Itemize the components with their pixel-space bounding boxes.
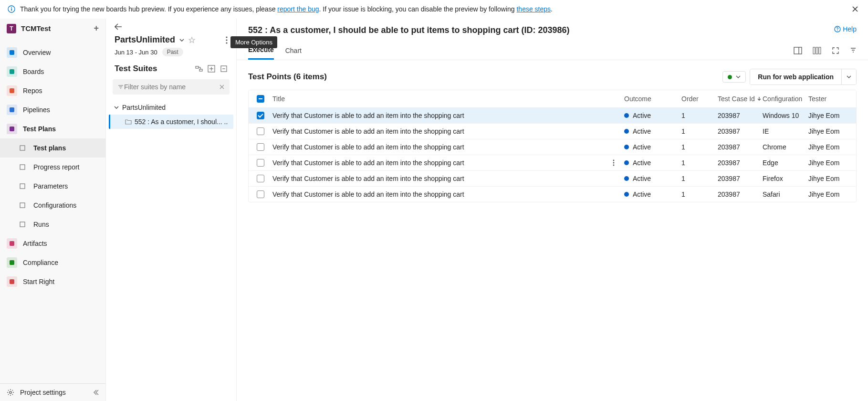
- nav-sub-item-test-plans[interactable]: Test plans: [0, 138, 105, 158]
- col-configuration[interactable]: Configuration: [763, 95, 808, 103]
- row-checkbox[interactable]: [257, 143, 264, 151]
- table-row[interactable]: Verify that Customer is able to add an i…: [249, 187, 856, 202]
- col-title[interactable]: Title: [272, 95, 624, 103]
- svg-rect-3: [10, 50, 14, 55]
- nav-item-repos[interactable]: Repos: [0, 81, 105, 100]
- outcome-filter-button[interactable]: [722, 71, 746, 83]
- more-options-button[interactable]: More Options: [226, 36, 228, 44]
- plan-dropdown-button[interactable]: [179, 37, 185, 43]
- view-layout-button[interactable]: [794, 47, 802, 54]
- nav-item-test-plans[interactable]: Test Plans: [0, 119, 105, 138]
- clear-filter-button[interactable]: [219, 84, 225, 90]
- row-case: 203987: [718, 143, 763, 151]
- row-order: 1: [681, 159, 718, 167]
- outcome-dot-icon: [624, 160, 629, 165]
- row-checkbox[interactable]: [257, 112, 264, 119]
- nav-icon: [7, 238, 17, 249]
- back-button[interactable]: [115, 23, 122, 30]
- export-suite-button[interactable]: [220, 65, 228, 73]
- table-row[interactable]: Verify that Customer is able to add an i…: [249, 124, 856, 139]
- svg-point-17: [226, 36, 227, 38]
- row-case: 203987: [718, 112, 763, 119]
- fullscreen-button[interactable]: [832, 47, 839, 54]
- nav-item-boards[interactable]: Boards: [0, 62, 105, 81]
- nav-item-start-right[interactable]: Start Right: [0, 272, 105, 291]
- filter-suites-input-wrapper[interactable]: [113, 79, 230, 95]
- test-suites-heading: Test Suites: [115, 64, 190, 74]
- svg-point-40: [613, 160, 615, 161]
- nav-sub-item-progress-report[interactable]: Progress report: [0, 158, 105, 177]
- svg-rect-7: [10, 127, 14, 131]
- nav-sub-label: Test plans: [33, 144, 66, 152]
- status-dot-icon: [728, 75, 732, 79]
- nav-sub-icon: [17, 181, 28, 191]
- row-title: Verify that Customer is able to add an i…: [272, 190, 464, 198]
- info-icon: [8, 5, 15, 13]
- suite-tree-root[interactable]: PartsUnlimited: [109, 100, 233, 115]
- col-tester[interactable]: Tester: [808, 95, 856, 103]
- close-banner-button[interactable]: [850, 4, 860, 14]
- row-more-button[interactable]: [613, 159, 615, 166]
- nav-icon: [7, 105, 17, 115]
- nav-sub-icon: [17, 200, 28, 211]
- suite-tree-item[interactable]: 552 : As a customer, I shoul... ..: [109, 115, 233, 129]
- svg-rect-15: [10, 279, 14, 284]
- nav-icon: [7, 85, 17, 96]
- table-row[interactable]: Verify that Customer is able to add an i…: [249, 108, 856, 124]
- nav-item-pipelines[interactable]: Pipelines: [0, 100, 105, 119]
- col-test-case-id[interactable]: Test Case Id: [718, 95, 763, 103]
- row-checkbox[interactable]: [257, 190, 264, 198]
- project-header[interactable]: T TCMTest +: [0, 19, 105, 38]
- nav-label: Pipelines: [23, 106, 50, 114]
- disable-steps-link[interactable]: these steps: [516, 5, 551, 13]
- filter-suites-input[interactable]: [124, 83, 219, 91]
- svg-rect-14: [10, 260, 14, 265]
- table-row[interactable]: Verify that Customer is able to add an i…: [249, 155, 856, 171]
- svg-rect-28: [813, 47, 815, 54]
- run-web-app-button[interactable]: Run for web application: [750, 69, 841, 84]
- left-nav: T TCMTest + Overview Boards Repos Pipeli…: [0, 19, 106, 401]
- nav-label: Test Plans: [23, 125, 56, 133]
- nav-sub-label: Progress report: [33, 163, 79, 171]
- nav-sub-item-configurations[interactable]: Configurations: [0, 196, 105, 215]
- chevron-down-icon: [114, 105, 119, 110]
- help-link[interactable]: Help: [834, 25, 857, 33]
- report-bug-link[interactable]: report the bug: [277, 5, 319, 13]
- project-settings-link[interactable]: Project settings: [0, 383, 105, 401]
- table-row[interactable]: Verify that Customer is able to add an i…: [249, 139, 856, 155]
- iteration-status-badge: Past: [162, 48, 183, 56]
- filter-icon: [117, 84, 124, 90]
- nav-item-artifacts[interactable]: Artifacts: [0, 234, 105, 253]
- row-tester: Jihye Eom: [808, 112, 856, 119]
- favorite-button[interactable]: [188, 37, 195, 43]
- select-all-checkbox[interactable]: [257, 95, 264, 103]
- expand-collapse-tree-button[interactable]: [195, 65, 203, 73]
- row-checkbox[interactable]: [257, 127, 264, 135]
- project-name: TCMTest: [21, 24, 51, 32]
- nav-sub-item-runs[interactable]: Runs: [0, 215, 105, 234]
- column-options-button[interactable]: [813, 47, 821, 54]
- test-plan-title[interactable]: PartsUnlimited: [115, 35, 175, 45]
- filter-pane-button[interactable]: [850, 47, 857, 54]
- run-dropdown-button[interactable]: [841, 69, 856, 84]
- nav-label: Artifacts: [23, 240, 47, 247]
- col-order[interactable]: Order: [681, 95, 718, 103]
- nav-sub-item-parameters[interactable]: Parameters: [0, 177, 105, 196]
- nav-item-compliance[interactable]: Compliance: [0, 253, 105, 272]
- project-badge: T: [7, 24, 16, 33]
- svg-rect-12: [20, 222, 25, 227]
- nav-item-overview[interactable]: Overview: [0, 43, 105, 62]
- col-outcome[interactable]: Outcome: [624, 95, 681, 103]
- table-row[interactable]: Verify that Customer is able to add an i…: [249, 171, 856, 187]
- row-checkbox[interactable]: [257, 175, 264, 182]
- add-project-button[interactable]: +: [94, 23, 99, 33]
- outcome-dot-icon: [624, 129, 629, 134]
- nav-sub-label: Parameters: [33, 182, 68, 190]
- row-outcome: Active: [633, 175, 651, 182]
- tab-chart[interactable]: Chart: [285, 42, 302, 59]
- add-suite-button[interactable]: [208, 65, 215, 73]
- collapse-nav-button[interactable]: [92, 389, 99, 396]
- row-checkbox[interactable]: [257, 159, 264, 167]
- nav-icon: [7, 47, 17, 58]
- nav-icon: [7, 66, 17, 77]
